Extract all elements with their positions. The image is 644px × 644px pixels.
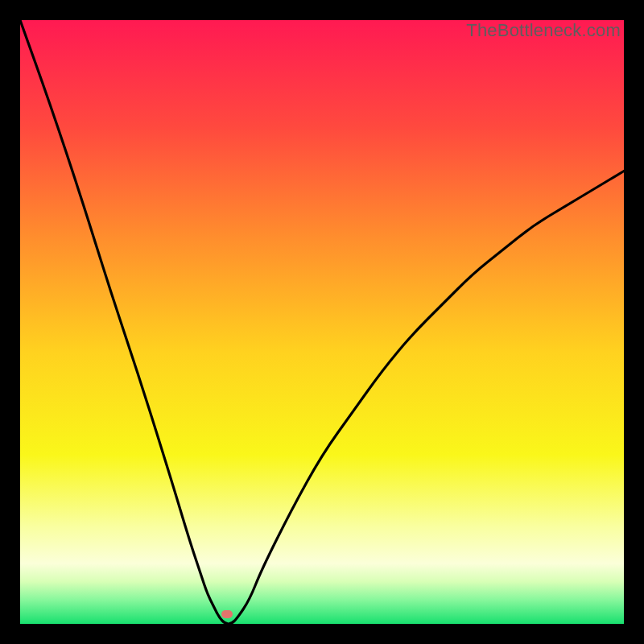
bottleneck-curve (20, 20, 624, 624)
watermark-text: TheBottleneck.com (466, 20, 621, 41)
optimum-marker (221, 610, 233, 618)
chart-frame: TheBottleneck.com (20, 20, 624, 624)
